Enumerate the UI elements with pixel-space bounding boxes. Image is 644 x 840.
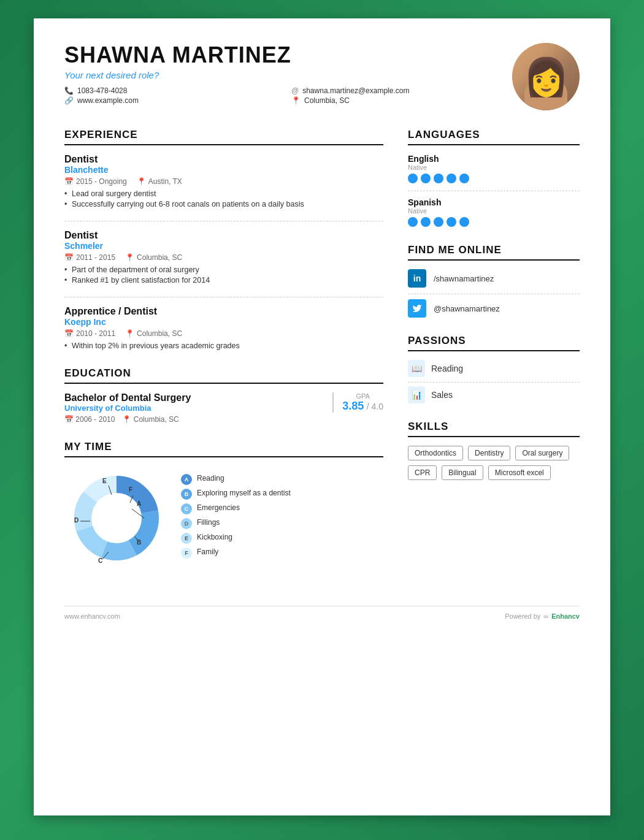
svg-point-7 xyxy=(92,494,141,543)
footer-powered-by: Powered by xyxy=(505,613,540,620)
find-me-online-section: FIND ME ONLINE in /shawnamartinez @shawn… xyxy=(408,244,580,318)
exp-item-1: Dentist Blanchette 📅 2015 - Ongoing 📍 Au… xyxy=(64,154,383,208)
lang-level-english: Native xyxy=(408,164,580,171)
lang-dot-es-2 xyxy=(421,217,431,227)
legend-text-e: Kickboxing xyxy=(197,533,232,543)
reading-passion-icon: 📖 xyxy=(408,360,425,377)
pin-icon-1: 📍 xyxy=(137,177,146,186)
passion-divider xyxy=(408,382,580,383)
mytime-section: MY TIME xyxy=(64,441,383,570)
calendar-icon-1: 📅 xyxy=(64,177,74,186)
pin-icon-3: 📍 xyxy=(125,329,134,338)
exp-bullets-2: Part of the department of oral surgery R… xyxy=(64,265,383,284)
calendar-icon-2: 📅 xyxy=(64,253,74,262)
exp-company-2: Schmeler xyxy=(64,241,383,251)
skill-bilingual: Bilingual xyxy=(442,465,483,480)
exp-job-title-3: Apprentice / Dentist xyxy=(64,306,383,317)
legend-dot-b: B xyxy=(181,489,192,500)
edu-period: 📅 2006 - 2010 xyxy=(64,415,115,424)
exp-divider-2 xyxy=(64,297,383,297)
twitter-icon[interactable] xyxy=(408,299,426,318)
header-contacts: 📞 1083-478-4028 @ shawna.martinez@exampl… xyxy=(64,86,500,105)
legend-dot-f: F xyxy=(181,548,192,559)
legend-item-a: A Reading xyxy=(181,474,291,485)
lang-name-english: English xyxy=(408,154,580,164)
edu-gpa-block: GPA 3.85 / 4.0 xyxy=(332,392,383,413)
donut-svg: F A E D C B xyxy=(64,466,169,570)
lang-dots-english xyxy=(408,174,580,183)
mytime-legend: A Reading B Exploring myself as a dentis… xyxy=(181,474,291,562)
linkedin-handle: /shawnamartinez xyxy=(434,274,494,283)
lang-dot-es-5 xyxy=(459,217,469,227)
donut-chart: F A E D C B xyxy=(64,466,169,570)
edu-meta: 📅 2006 - 2010 📍 Columbia, SC xyxy=(64,415,323,424)
legend-item-b: B Exploring myself as a dentist xyxy=(181,489,291,500)
calendar-icon-3: 📅 xyxy=(64,329,74,338)
languages-section: LANGUAGES English Native Spanish Nati xyxy=(408,129,580,227)
candidate-role: Your next desired role? xyxy=(64,70,500,80)
edu-pin-icon: 📍 xyxy=(122,415,133,424)
footer-url: www.enhancv.com xyxy=(64,613,120,620)
lang-dot-en-4 xyxy=(447,174,456,183)
lang-dot-en-3 xyxy=(434,174,443,183)
exp-company-1: Blanchette xyxy=(64,165,383,175)
exp-meta-3: 📅 2010 - 2011 📍 Columbia, SC xyxy=(64,329,383,338)
lang-level-spanish: Native xyxy=(408,207,580,215)
location-contact: 📍 Columbia, SC xyxy=(291,96,500,105)
svg-text:D: D xyxy=(74,517,79,524)
photo-placeholder xyxy=(512,43,580,110)
exp-bullet-2-2: Ranked #1 by client satisfaction for 201… xyxy=(64,276,383,284)
experience-title: EXPERIENCE xyxy=(64,129,383,145)
exp-divider-1 xyxy=(64,221,383,221)
skill-orthodontics: Orthodontics xyxy=(408,446,463,460)
exp-period-1: 📅 2015 - Ongoing xyxy=(64,177,127,186)
linkedin-icon[interactable]: in xyxy=(408,269,426,288)
social-linkedin-item: in /shawnamartinez xyxy=(408,269,580,288)
social-divider xyxy=(408,294,580,294)
skills-title: SKILLS xyxy=(408,421,580,437)
passions-title: PASSIONS xyxy=(408,335,580,351)
skill-microsoft-excel: Microsoft excel xyxy=(488,465,551,480)
email-icon: @ xyxy=(291,86,299,95)
legend-dot-e: E xyxy=(181,533,192,544)
passion-reading-item: 📖 Reading xyxy=(408,360,580,377)
svg-text:A: A xyxy=(137,500,141,507)
legend-text-d: Fillings xyxy=(197,518,220,528)
lang-item-english: English Native xyxy=(408,154,580,183)
skill-dentistry: Dentistry xyxy=(468,446,510,460)
footer-brand-name: Enhancv xyxy=(551,613,580,620)
candidate-name: SHAWNA MARTINEZ xyxy=(64,43,500,67)
right-column: LANGUAGES English Native Spanish Nati xyxy=(408,129,580,587)
main-content: EXPERIENCE Dentist Blanchette 📅 2015 - O… xyxy=(64,129,580,587)
lang-dot-en-1 xyxy=(408,174,418,183)
location-icon: 📍 xyxy=(291,96,301,105)
passion-reading-name: Reading xyxy=(431,364,463,373)
legend-text-a: Reading xyxy=(197,474,224,484)
edu-calendar-icon: 📅 xyxy=(64,415,75,424)
svg-text:E: E xyxy=(102,478,107,484)
sales-passion-icon: 📊 xyxy=(408,386,425,403)
pin-icon-2: 📍 xyxy=(125,253,134,262)
passions-section: PASSIONS 📖 Reading 📊 Sales xyxy=(408,335,580,403)
exp-company-3: Koepp Inc xyxy=(64,317,383,327)
profile-photo xyxy=(512,43,580,110)
exp-bullet-1-1: Lead oral surgery dentist xyxy=(64,189,383,198)
skills-grid: Orthodontics Dentistry Oral surgery CPR … xyxy=(408,446,580,480)
legend-item-c: C Emergencies xyxy=(181,503,291,514)
footer-brand: Powered by ∞ Enhancv xyxy=(505,613,580,620)
svg-text:F: F xyxy=(129,486,132,493)
legend-dot-d: D xyxy=(181,518,192,529)
exp-meta-1: 📅 2015 - Ongoing 📍 Austin, TX xyxy=(64,177,383,186)
phone-icon: 📞 xyxy=(64,86,74,95)
legend-text-c: Emergencies xyxy=(197,503,240,513)
exp-job-title-2: Dentist xyxy=(64,230,383,241)
exp-period-3: 📅 2010 - 2011 xyxy=(64,329,115,338)
legend-item-e: E Kickboxing xyxy=(181,533,291,544)
skill-oral-surgery: Oral surgery xyxy=(515,446,569,460)
lang-dot-es-1 xyxy=(408,217,418,227)
exp-location-2: 📍 Columbia, SC xyxy=(125,253,182,262)
passion-sales-item: 📊 Sales xyxy=(408,386,580,403)
experience-section: EXPERIENCE Dentist Blanchette 📅 2015 - O… xyxy=(64,129,383,350)
resume-page: SHAWNA MARTINEZ Your next desired role? … xyxy=(34,18,610,815)
footer: www.enhancv.com Powered by ∞ Enhancv xyxy=(64,606,580,620)
